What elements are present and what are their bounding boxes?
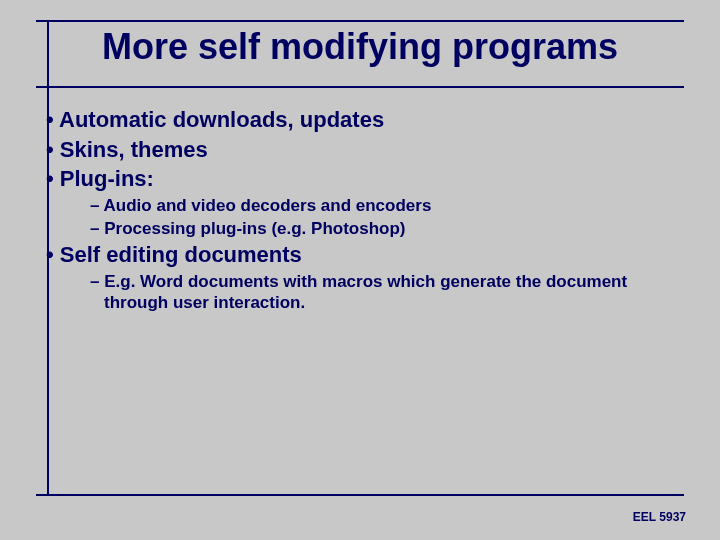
bullet-level1: Self editing documents	[38, 241, 690, 269]
rule-top	[36, 20, 684, 22]
slide-content: Automatic downloads, updates Skins, them…	[38, 106, 690, 315]
rule-bottom	[36, 494, 684, 496]
bullet-level2: E.g. Word documents with macros which ge…	[38, 271, 690, 314]
slide: More self modifying programs Automatic d…	[0, 0, 720, 540]
bullet-level1: Plug-ins:	[38, 165, 690, 193]
bullet-level1: Automatic downloads, updates	[38, 106, 690, 134]
bullet-level1: Skins, themes	[38, 136, 690, 164]
rule-title-underline	[36, 86, 684, 88]
bullet-level2: Processing plug-ins (e.g. Photoshop)	[38, 218, 690, 239]
bullet-level2: Audio and video decoders and encoders	[38, 195, 690, 216]
slide-title: More self modifying programs	[0, 26, 720, 68]
footer-text: EEL 5937	[633, 510, 686, 524]
